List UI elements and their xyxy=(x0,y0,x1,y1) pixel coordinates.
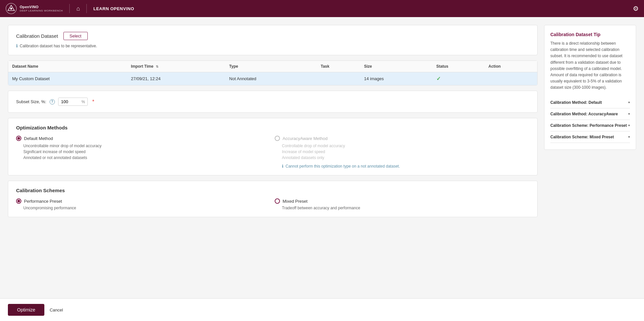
mixed-preset-radio[interactable] xyxy=(275,198,280,204)
table-row[interactable]: My Custom Dataset 27/09/21, 12:24 Not An… xyxy=(8,72,537,85)
subset-percent-symbol: % xyxy=(81,100,85,104)
accuracy-aware-method-option: AccuracyAware Method Controllable drop o… xyxy=(275,136,529,169)
default-method-text: Default Method xyxy=(24,136,53,141)
cell-dataset-name: My Custom Dataset xyxy=(8,72,127,85)
learn-openvino-label: LEARN OPENVINO xyxy=(93,6,134,11)
brand-name: OpenVINO xyxy=(20,5,63,9)
left-panel: Calibration Dataset Select ℹ Calibration… xyxy=(8,25,538,217)
info-circle-icon: ℹ xyxy=(16,43,18,48)
collapsible-calibration-default[interactable]: Calibration Method: Default ▾ xyxy=(550,97,630,108)
warning-text: Cannot perform this optimization type on… xyxy=(286,164,400,169)
accuracy-aware-method-label[interactable]: AccuracyAware Method xyxy=(275,136,529,141)
chevron-down-icon-4: ▾ xyxy=(628,135,630,139)
subset-size-row: Subset Size, %: ? % * xyxy=(16,98,529,106)
right-panel: Calibration Dataset Tip There is a direc… xyxy=(544,25,636,150)
accuracy-aware-method-radio[interactable] xyxy=(275,136,280,141)
cell-import-time: 27/09/21, 12:24 xyxy=(127,72,225,85)
sort-icon: ⇅ xyxy=(156,65,158,68)
default-method-label[interactable]: Default Method xyxy=(16,136,271,141)
col-header-task: Task xyxy=(317,61,360,72)
nav-divider-2 xyxy=(86,4,87,13)
mixed-preset-option: Mixed Preset Tradeoff between accuracy a… xyxy=(275,198,529,210)
collapsible-label-mixed: Calibration Scheme: Mixed Preset xyxy=(550,135,614,139)
col-header-status: Status xyxy=(432,61,485,72)
status-check-icon: ✓ xyxy=(436,76,441,81)
collapsible-scheme-performance[interactable]: Calibration Scheme: Performance Preset ▾ xyxy=(550,120,630,131)
performance-preset-text: Performance Preset xyxy=(24,199,62,204)
dataset-table-card: Dataset Name Import Time ⇅ Type Task xyxy=(8,60,538,85)
cell-task xyxy=(317,72,360,85)
main-content: Calibration Dataset Select ℹ Calibration… xyxy=(0,17,644,243)
col-header-import-time[interactable]: Import Time ⇅ xyxy=(127,61,225,72)
col-header-type: Type xyxy=(225,61,317,72)
chevron-down-icon-3: ▾ xyxy=(628,124,630,127)
chevron-down-icon: ▾ xyxy=(628,101,630,104)
collapsible-label-default: Calibration Method: Default xyxy=(550,100,602,105)
col-header-action: Action xyxy=(484,61,537,72)
methods-grid: Default Method Uncontrollable minor drop… xyxy=(16,136,529,169)
calibration-info-text: Calibration dataset has to be representa… xyxy=(20,44,97,48)
calibration-dataset-header: Calibration Dataset Select xyxy=(16,32,529,40)
optimization-methods-title: Optimization Methods xyxy=(16,125,529,130)
collapsible-calibration-accuracy[interactable]: Calibration Method: AccuracyAware ▾ xyxy=(550,108,630,120)
nav-divider-1 xyxy=(69,4,70,13)
col-header-size: Size xyxy=(360,61,432,72)
dataset-table-head: Dataset Name Import Time ⇅ Type Task xyxy=(8,61,537,72)
bottom-actions-bar: Optimize Cancel xyxy=(0,298,644,321)
tip-text: There is a direct relationship between c… xyxy=(550,40,630,91)
cancel-button[interactable]: Cancel xyxy=(50,308,63,312)
performance-preset-radio[interactable] xyxy=(16,198,21,204)
accuracy-aware-method-desc: Controllable drop of model accuracy Incr… xyxy=(275,143,529,161)
optimization-methods-card: Optimization Methods Default Method Unco… xyxy=(8,118,538,175)
mixed-preset-text: Mixed Preset xyxy=(283,199,308,204)
calibration-dataset-info: ℹ Calibration dataset has to be represen… xyxy=(16,43,529,48)
required-indicator: * xyxy=(92,99,94,105)
svg-point-2 xyxy=(10,8,12,10)
subset-size-card: Subset Size, %: ? % * xyxy=(8,91,538,113)
dataset-table-body: My Custom Dataset 27/09/21, 12:24 Not An… xyxy=(8,72,537,85)
cell-type: Not Annotated xyxy=(225,72,317,85)
col-header-name: Dataset Name xyxy=(8,61,127,72)
calibration-schemes-title: Calibration Schemes xyxy=(16,188,529,193)
table-header-row: Dataset Name Import Time ⇅ Type Task xyxy=(8,61,537,72)
schemes-grid: Performance Preset Uncompromising perfor… xyxy=(16,198,529,210)
subset-size-label: Subset Size, %: xyxy=(16,99,46,104)
cell-action xyxy=(484,72,537,85)
collapsible-label-performance: Calibration Scheme: Performance Preset xyxy=(550,123,627,128)
subset-help-icon[interactable]: ? xyxy=(50,99,55,104)
dataset-table: Dataset Name Import Time ⇅ Type Task xyxy=(8,61,537,85)
subset-input-wrapper: % xyxy=(58,98,88,106)
cell-size: 14 images xyxy=(360,72,432,85)
calibration-dataset-card: Calibration Dataset Select ℹ Calibration… xyxy=(8,25,538,55)
default-method-desc: Uncontrollable minor drop of model accur… xyxy=(16,143,271,161)
select-dataset-button[interactable]: Select xyxy=(63,32,88,40)
calibration-dataset-title: Calibration Dataset xyxy=(16,33,58,39)
home-icon[interactable]: ⌂ xyxy=(76,5,80,12)
mixed-preset-desc: Tradeoff between accuracy and performanc… xyxy=(275,206,529,210)
warning-info-icon: ℹ xyxy=(282,164,284,169)
tip-title: Calibration Dataset Tip xyxy=(550,32,630,37)
mixed-preset-label[interactable]: Mixed Preset xyxy=(275,198,529,204)
collapsible-scheme-mixed[interactable]: Calibration Scheme: Mixed Preset ▾ xyxy=(550,131,630,143)
performance-preset-option: Performance Preset Uncompromising perfor… xyxy=(16,198,271,210)
performance-preset-desc: Uncompromising performance xyxy=(16,206,271,210)
accuracy-aware-warning: ℹ Cannot perform this optimization type … xyxy=(275,164,529,169)
default-method-option: Default Method Uncontrollable minor drop… xyxy=(16,136,271,169)
performance-preset-label[interactable]: Performance Preset xyxy=(16,198,271,204)
optimize-button[interactable]: Optimize xyxy=(8,304,44,316)
brand-subtitle: DEEP LEARNING WORKBENCH xyxy=(20,9,63,12)
settings-icon[interactable]: ⚙ xyxy=(633,5,639,12)
chevron-down-icon-2: ▾ xyxy=(628,112,630,116)
cell-status: ✓ xyxy=(432,72,485,85)
accuracy-aware-method-text: AccuracyAware Method xyxy=(283,136,328,141)
openvino-logo-icon xyxy=(5,3,17,14)
default-method-radio[interactable] xyxy=(16,136,21,141)
top-navigation: OpenVINO DEEP LEARNING WORKBENCH ⌂ LEARN… xyxy=(0,0,644,17)
calibration-schemes-card: Calibration Schemes Performance Preset U… xyxy=(8,181,538,217)
brand-logo: OpenVINO DEEP LEARNING WORKBENCH xyxy=(5,3,63,14)
collapsible-label-accuracy: Calibration Method: AccuracyAware xyxy=(550,112,618,116)
